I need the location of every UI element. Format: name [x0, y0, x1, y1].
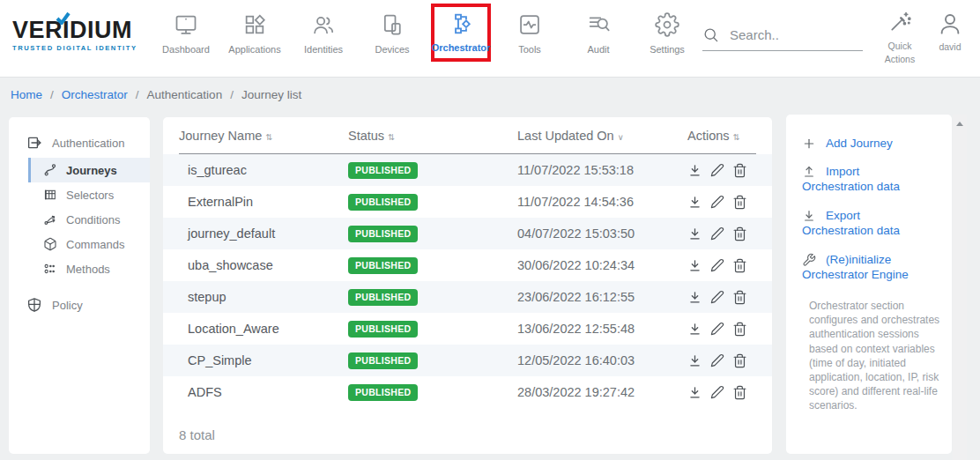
breadcrumb-journey-list: Journey list — [241, 88, 301, 101]
last-updated: 30/06/2022 10:24:34 — [517, 258, 687, 272]
add-journey-button[interactable]: Add Journey — [802, 136, 936, 151]
shield-icon — [26, 297, 42, 313]
user-menu[interactable]: david — [927, 11, 973, 52]
delete-icon[interactable] — [732, 195, 747, 210]
veridium-logo: VERIDIUM TRUSTED DIGITAL IDENTITY — [12, 18, 145, 52]
journey-name: journey_default — [179, 226, 348, 241]
sidebar-item-commands[interactable]: Commands — [28, 232, 150, 256]
last-updated: 23/06/2022 16:12:55 — [517, 290, 687, 304]
search-input[interactable] — [730, 27, 844, 42]
journey-table-panel: Journey Name⇅ Status⇅ Last Updated On∨ A… — [163, 117, 772, 454]
column-header-last-updated[interactable]: Last Updated On∨ — [517, 129, 687, 143]
edit-icon[interactable] — [710, 385, 724, 399]
download-icon[interactable] — [687, 290, 702, 305]
table-row[interactable]: ADFS PUBLISHED 28/03/2022 19:27:42 — [163, 376, 772, 408]
nav-item-devices[interactable]: Devices — [358, 4, 427, 62]
nav-item-tools[interactable]: Tools — [495, 4, 564, 62]
download-icon[interactable] — [687, 353, 702, 368]
search-icon — [702, 26, 719, 43]
breadcrumb-home-link[interactable]: Home — [11, 88, 42, 101]
table-row[interactable]: uba_showcase PUBLISHED 30/06/2022 10:24:… — [163, 249, 772, 281]
column-header-actions[interactable]: Actions⇅ — [687, 129, 756, 143]
edit-icon[interactable] — [710, 290, 724, 304]
delete-icon[interactable] — [732, 290, 747, 305]
sidebar-item-authentication[interactable]: Authentication — [9, 128, 150, 158]
nav-item-applications[interactable]: Applications — [220, 4, 289, 62]
nav-item-dashboard[interactable]: Dashboard — [152, 4, 220, 62]
user-name: david — [939, 41, 961, 52]
download-icon[interactable] — [687, 322, 702, 337]
sidebar-item-policy[interactable]: Policy — [9, 290, 150, 320]
edit-icon[interactable] — [710, 195, 724, 209]
download-icon[interactable] — [687, 163, 702, 178]
tools-icon — [517, 12, 542, 37]
journey-name: stepup — [179, 290, 348, 304]
edit-icon[interactable] — [710, 226, 724, 241]
import-orchestration-button[interactable]: Import Orchestration data — [802, 164, 936, 195]
journey-name: CP_Simple — [179, 353, 348, 367]
nav-item-identities[interactable]: Identities — [289, 4, 358, 62]
table-row[interactable]: stepup PUBLISHED 23/06/2022 16:12:55 — [163, 281, 772, 313]
reinitialize-engine-button[interactable]: (Re)initialize Orchestrator Engine — [802, 252, 936, 283]
methods-icon — [43, 262, 57, 276]
delete-icon[interactable] — [732, 258, 747, 273]
nav-label: Devices — [375, 44, 409, 55]
sidebar-item-label: Selectors — [66, 189, 114, 202]
edit-icon[interactable] — [710, 353, 724, 367]
nav-label: Applications — [228, 44, 280, 55]
journey-name: uba_showcase — [179, 258, 348, 272]
delete-icon[interactable] — [732, 226, 747, 241]
status-badge: PUBLISHED — [348, 352, 418, 369]
edit-icon[interactable] — [710, 322, 724, 336]
breadcrumb-orchestrator-link[interactable]: Orchestrator — [62, 88, 128, 101]
wrench-icon — [802, 253, 816, 267]
sidebar-sub-list: Journeys Selectors Conditions Commands M… — [28, 158, 150, 281]
status-badge: PUBLISHED — [348, 384, 418, 401]
sort-descending-icon: ∨ — [618, 132, 624, 142]
quick-actions-button[interactable]: Quick Actions — [875, 11, 924, 66]
nav-item-orchestrator[interactable]: Orchestrator — [431, 4, 491, 62]
edit-icon[interactable] — [710, 163, 724, 177]
top-header: VERIDIUM TRUSTED DIGITAL IDENTITY Dashbo… — [0, 0, 980, 78]
orchestrator-description: Orchestrator section configures and orch… — [809, 299, 943, 413]
scrollbar[interactable] — [953, 115, 967, 460]
download-icon[interactable] — [687, 226, 702, 241]
delete-icon[interactable] — [732, 385, 747, 400]
table-row[interactable]: CP_Simple PUBLISHED 12/05/2022 16:40:03 — [163, 345, 772, 376]
conditions-icon — [43, 212, 57, 226]
download-icon[interactable] — [687, 385, 702, 400]
sidebar-item-label: Authentication — [52, 137, 124, 150]
sidebar-item-label: Journeys — [66, 164, 117, 177]
status-badge: PUBLISHED — [348, 257, 418, 274]
column-header-journey-name[interactable]: Journey Name⇅ — [179, 129, 348, 143]
scrollbar-up-arrow[interactable] — [956, 122, 963, 126]
nav-label: Tools — [518, 44, 541, 55]
sidebar-item-label: Policy — [52, 299, 83, 312]
table-row[interactable]: is_gtureac PUBLISHED 11/07/2022 15:53:18 — [163, 154, 772, 186]
sidebar-item-conditions[interactable]: Conditions — [28, 207, 150, 232]
delete-icon[interactable] — [732, 353, 747, 368]
download-icon[interactable] — [687, 258, 702, 273]
download-icon[interactable] — [687, 195, 702, 210]
nav-item-audit[interactable]: Audit — [564, 4, 633, 62]
sidebar-item-methods[interactable]: Methods — [28, 256, 150, 281]
download-icon — [802, 209, 816, 223]
nav-label: Orchestrator — [432, 42, 491, 53]
journey-name: Location_Aware — [179, 322, 348, 336]
table-body: is_gtureac PUBLISHED 11/07/2022 15:53:18… — [163, 154, 772, 408]
delete-icon[interactable] — [732, 322, 747, 337]
table-row[interactable]: Location_Aware PUBLISHED 13/06/2022 12:5… — [163, 313, 772, 345]
sort-icon: ⇅ — [265, 132, 272, 142]
table-row[interactable]: ExternalPin PUBLISHED 11/07/2022 14:54:3… — [163, 186, 772, 218]
column-header-status[interactable]: Status⇅ — [348, 129, 517, 143]
export-orchestration-button[interactable]: Export Orchestration data — [802, 208, 936, 239]
sidebar-item-selectors[interactable]: Selectors — [28, 182, 150, 207]
edit-icon[interactable] — [710, 258, 724, 272]
status-badge: PUBLISHED — [348, 162, 418, 179]
breadcrumb-authentication: Authentication — [147, 88, 223, 101]
delete-icon[interactable] — [732, 163, 747, 178]
nav-item-settings[interactable]: Settings — [633, 4, 702, 62]
plus-icon — [802, 137, 816, 151]
table-row[interactable]: journey_default PUBLISHED 04/07/2022 15:… — [163, 218, 772, 249]
sidebar-item-journeys[interactable]: Journeys — [28, 158, 150, 182]
